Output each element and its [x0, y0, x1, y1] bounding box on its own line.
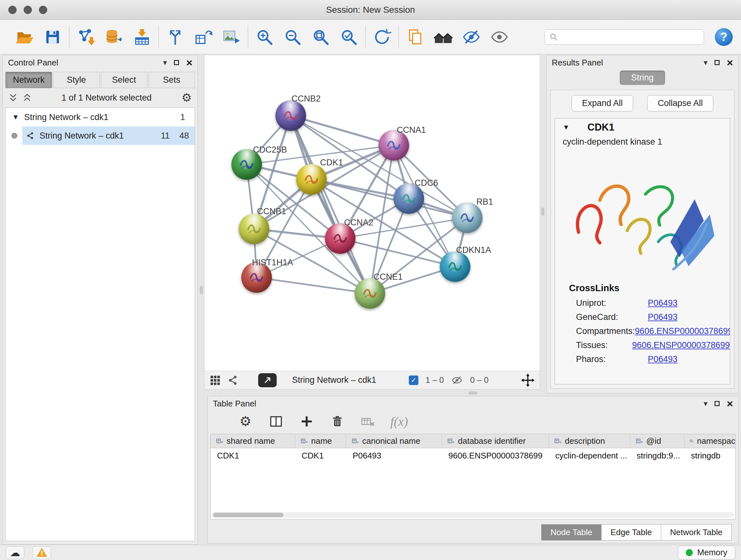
scrollbar-thumb[interactable]: [213, 513, 283, 517]
close-window-button[interactable]: [8, 6, 17, 14]
copy-annotation-icon[interactable]: [405, 27, 425, 47]
crosslinks-title: CrossLinks: [555, 278, 730, 296]
delete-column-icon[interactable]: [329, 413, 346, 430]
tab-sets[interactable]: Sets: [148, 72, 195, 88]
tab-edge-table[interactable]: Edge Table: [602, 524, 661, 541]
collapse-all-button[interactable]: Collapse All: [647, 95, 713, 111]
warnings-button[interactable]: [32, 546, 51, 559]
save-session-icon[interactable]: [43, 27, 63, 47]
network-canvas[interactable]: CCNB2CCNA1CDC25BCDK1CDC6RB1CCNB1CCNA2CDK…: [205, 55, 540, 371]
collapse-all-icon[interactable]: [9, 94, 17, 102]
search-icon: [549, 33, 558, 42]
zoom-selected-icon[interactable]: [339, 27, 359, 47]
tab-style[interactable]: Style: [53, 72, 99, 88]
table-panel-close-icon[interactable]: ×: [727, 398, 733, 409]
network-collection-row[interactable]: ▼ String Network – cdk1 1: [6, 108, 195, 126]
tab-node-table[interactable]: Node Table: [541, 524, 602, 541]
import-network-from-database-icon[interactable]: [104, 27, 124, 47]
control-panel-float-icon[interactable]: [174, 60, 179, 65]
home-networks-icon[interactable]: [433, 27, 453, 47]
network-node-ccne1[interactable]: [354, 278, 385, 309]
protein-card-caret-icon[interactable]: ▼: [562, 123, 569, 132]
zoom-in-icon[interactable]: [255, 27, 274, 47]
control-panel: Control Panel ▾ × NetworkStyleSelectSets…: [3, 55, 198, 545]
results-panel-menu-icon[interactable]: ▾: [704, 58, 708, 67]
column-header-canonical-name[interactable]: canonical name: [346, 434, 442, 448]
minimize-window-button[interactable]: [23, 6, 32, 14]
network-node-ccnb1[interactable]: [239, 213, 269, 244]
tab-select[interactable]: Select: [101, 72, 147, 88]
crosslink-value-link[interactable]: P06493: [648, 312, 677, 322]
detach-view-button[interactable]: [258, 373, 277, 387]
column-header-shared-name[interactable]: shared name: [211, 434, 295, 448]
pan-move-icon[interactable]: [521, 374, 535, 387]
control-panel-close-icon[interactable]: ×: [186, 57, 192, 68]
expand-all-icon[interactable]: [23, 94, 31, 102]
zoom-window-button[interactable]: [39, 6, 47, 14]
network-node-ccna2[interactable]: [325, 223, 355, 254]
birdseye-network-icon[interactable]: [227, 375, 239, 386]
network-layout-icon[interactable]: [165, 27, 185, 47]
network-node-ccnb2[interactable]: [275, 100, 306, 131]
search-input[interactable]: [561, 32, 699, 42]
column-header-name[interactable]: name: [295, 434, 346, 448]
refresh-icon[interactable]: [372, 27, 392, 47]
grid-view-icon[interactable]: [210, 375, 220, 386]
show-columns-icon[interactable]: [268, 413, 284, 430]
table-header-row: shared namenamecanonical namedatabase id…: [211, 434, 735, 448]
bottom-splitter-handle[interactable]: [468, 391, 477, 395]
zoom-out-icon[interactable]: [283, 27, 302, 47]
new-network-from-selection-icon[interactable]: [193, 27, 213, 47]
crosslink-value-link[interactable]: P06493: [648, 298, 677, 308]
crosslink-value-link[interactable]: 9606.ENSP00000378699: [632, 340, 730, 350]
node-label-cdc6: CDC6: [414, 178, 438, 188]
network-node-cdkn1a[interactable]: [440, 251, 470, 282]
column-type-icon: [300, 437, 308, 445]
protein-structure-image: [555, 150, 730, 278]
tab-string[interactable]: String: [620, 71, 665, 85]
table-options-gear-icon[interactable]: ⚙: [237, 413, 254, 430]
control-panel-menu-icon[interactable]: ▾: [163, 58, 167, 67]
zoom-fit-icon[interactable]: [311, 27, 331, 47]
results-panel-close-icon[interactable]: ×: [727, 57, 733, 68]
network-node-cdk1[interactable]: [296, 164, 327, 195]
protein-structure-glyph: [330, 228, 350, 249]
protein-description: cyclin-dependent kinase 1: [555, 136, 730, 150]
add-column-icon[interactable]: [298, 413, 315, 430]
tab-network[interactable]: Network: [5, 72, 52, 88]
import-table-icon[interactable]: [132, 27, 152, 47]
right-splitter-handle[interactable]: [541, 207, 544, 216]
column-header-database-identifier[interactable]: database identifier: [442, 434, 549, 448]
hidden-eye-icon[interactable]: [451, 374, 463, 386]
tab-network-table[interactable]: Network Table: [661, 524, 732, 541]
results-panel-float-icon[interactable]: [715, 60, 720, 65]
network-options-gear-icon[interactable]: ⚙: [182, 92, 192, 104]
open-session-icon[interactable]: [15, 27, 35, 47]
crosslink-row-tissues: Tissues:9606.ENSP00000378699: [555, 338, 730, 352]
network-row-selected[interactable]: String Network – cdk1 11 48: [22, 126, 195, 145]
export-image-icon[interactable]: [221, 27, 241, 47]
selected-count-checkbox[interactable]: ✓: [409, 375, 418, 385]
expand-all-button[interactable]: Expand All: [571, 95, 633, 111]
table-panel-float-icon[interactable]: [715, 401, 720, 406]
memory-button[interactable]: Memory: [678, 546, 735, 559]
table-panel-title: Table Panel: [213, 399, 256, 409]
column-type-icon: [351, 437, 359, 445]
column-header-id[interactable]: @id: [630, 434, 684, 448]
crosslink-value-link[interactable]: P06493: [648, 354, 677, 364]
column-header-namespac[interactable]: namespac: [684, 434, 736, 448]
network-row[interactable]: String Network – cdk1 11 48: [6, 126, 195, 145]
tree-caret-icon[interactable]: ▼: [12, 113, 19, 121]
import-network-icon[interactable]: [76, 27, 96, 47]
cloud-status-button[interactable]: ☁: [6, 546, 24, 559]
cell-shared-name: CDK1: [211, 448, 295, 463]
column-header-description[interactable]: description: [549, 434, 630, 448]
left-splitter-handle[interactable]: [200, 286, 203, 294]
help-icon[interactable]: ?: [715, 28, 733, 46]
table-panel-menu-icon[interactable]: ▾: [704, 399, 708, 408]
network-node-rb1[interactable]: [452, 202, 482, 233]
crosslink-value-link[interactable]: 9606.ENSP00000378699: [635, 326, 730, 336]
hide-annotations-icon[interactable]: [461, 27, 481, 47]
show-annotations-icon[interactable]: [489, 27, 509, 47]
table-row[interactable]: CDK1CDK1P064939606.ENSP00000378699cyclin…: [211, 448, 735, 463]
